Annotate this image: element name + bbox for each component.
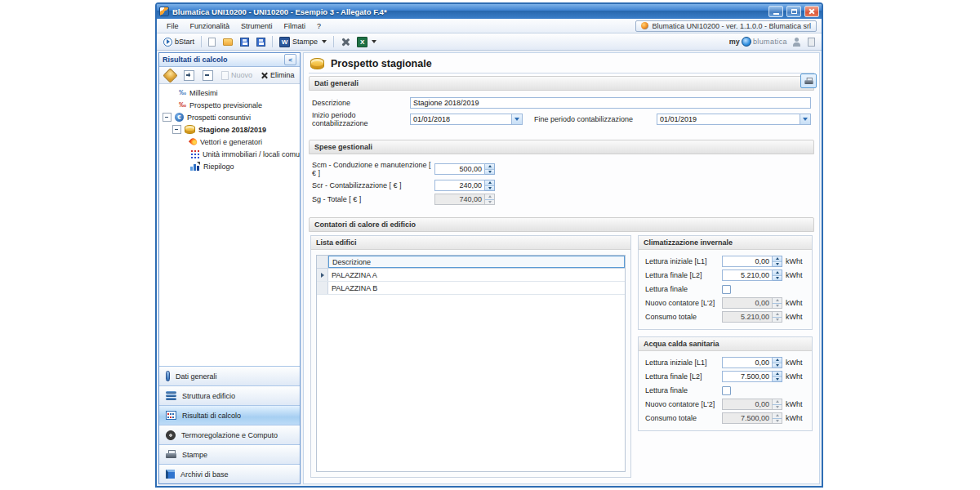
tree-expander-icon[interactable] bbox=[172, 125, 181, 134]
account-button[interactable] bbox=[790, 37, 803, 47]
open-button[interactable] bbox=[220, 38, 235, 47]
scm-spinner[interactable]: 500,00 bbox=[434, 163, 495, 175]
tree-item-vettori[interactable]: Vettori e generatori bbox=[159, 136, 300, 148]
collapse-panel-button[interactable]: < bbox=[284, 54, 296, 65]
tree-item-unita[interactable]: Unità immobiliari / locali comuni bbox=[159, 148, 300, 160]
calculate-button[interactable] bbox=[163, 69, 178, 82]
titlebar: Blumatica UNI10200 - UNI10200 - Esempio … bbox=[157, 4, 822, 19]
lettura-finale-checkbox[interactable] bbox=[722, 386, 731, 395]
lettura-finale-spinner[interactable]: 7.500,00 bbox=[722, 371, 782, 382]
inizio-periodo-dropdown-button[interactable] bbox=[511, 114, 523, 125]
consumo-totale-value: 7.500,00 bbox=[722, 412, 773, 424]
inizio-periodo-input[interactable] bbox=[410, 114, 511, 125]
lettura-iniziale-value[interactable]: 0,00 bbox=[722, 357, 773, 368]
lettura-iniziale-spinner[interactable]: 0,00 bbox=[722, 256, 782, 267]
tree-expander-icon[interactable] bbox=[163, 113, 172, 122]
spin-down-button[interactable] bbox=[773, 276, 782, 281]
nuovo-contatore-value: 0,00 bbox=[722, 297, 773, 309]
note-icon bbox=[808, 38, 815, 47]
tree-item-millesimi[interactable]: ‰ Millesimi bbox=[159, 87, 300, 99]
save-as-button[interactable] bbox=[254, 37, 268, 47]
expand-all-button[interactable] bbox=[181, 69, 197, 82]
bstart-icon bbox=[163, 38, 172, 47]
cell-descrizione[interactable]: PALAZZINA A bbox=[328, 269, 625, 281]
spin-down-button[interactable] bbox=[485, 186, 494, 191]
bstart-button[interactable]: bStart bbox=[161, 37, 197, 47]
scr-spinner[interactable]: 240,00 bbox=[434, 180, 495, 191]
spin-down-button[interactable] bbox=[773, 377, 782, 382]
menu-help[interactable]: ? bbox=[312, 21, 326, 31]
elimina-button[interactable]: Elimina bbox=[258, 70, 297, 80]
print-section-button[interactable] bbox=[800, 74, 817, 88]
nuovo-button[interactable]: Nuovo bbox=[219, 70, 255, 81]
close-button[interactable] bbox=[804, 6, 819, 17]
nuovo-contatore-label: Nuovo contatore [L'2] bbox=[645, 400, 722, 408]
lettura-iniziale-spinner[interactable]: 0,00 bbox=[722, 357, 782, 368]
cell-descrizione[interactable]: PALAZZINA B bbox=[328, 282, 625, 294]
nav-termoregolazione[interactable]: Termoregolazione e Computo bbox=[159, 425, 300, 444]
nav-stampe[interactable]: Stampe bbox=[159, 444, 300, 464]
spin-down-button[interactable] bbox=[773, 262, 782, 267]
brand-name: blumatica bbox=[753, 38, 787, 46]
lettura-finale-value[interactable]: 7.500,00 bbox=[722, 371, 773, 382]
nav-dati-generali[interactable]: Dati generali bbox=[159, 366, 300, 385]
lettura-finale-spinner[interactable]: 5.210,00 bbox=[722, 270, 782, 281]
user-icon bbox=[792, 38, 800, 47]
menu-file[interactable]: File bbox=[162, 21, 184, 31]
chevron-down-icon bbox=[372, 40, 376, 43]
save-button[interactable] bbox=[238, 37, 252, 47]
scm-label: Scm - Conduzione e manutenzione [ € ] bbox=[312, 161, 434, 177]
scr-value[interactable]: 240,00 bbox=[434, 180, 485, 191]
tree-item-riepilogo[interactable]: Riepilogo bbox=[159, 160, 300, 172]
nav-struttura-edificio[interactable]: Struttura edificio bbox=[159, 385, 300, 405]
tree-item-prospetto-previsionale[interactable]: ‰ Prospetto previsionale bbox=[159, 99, 300, 111]
nav-archivi-di-base[interactable]: Archivi di base bbox=[159, 464, 300, 483]
section-title: Contatori di calore di edificio bbox=[314, 220, 416, 229]
page-header: Prospetto stagionale bbox=[309, 56, 814, 73]
spin-down-button[interactable] bbox=[773, 363, 782, 368]
sidebar-header: Risultati di calcolo < bbox=[159, 53, 300, 67]
column-header-descrizione[interactable]: Descrizione bbox=[328, 256, 625, 268]
printer-icon bbox=[166, 450, 176, 459]
menu-funzionalita[interactable]: Funzionalità bbox=[185, 21, 235, 31]
app-icon bbox=[159, 7, 169, 16]
maximize-icon bbox=[791, 9, 797, 14]
menu-strumenti[interactable]: Strumenti bbox=[236, 21, 278, 31]
panel-header: Lista edifici bbox=[311, 236, 630, 250]
spin-down-button bbox=[773, 419, 782, 424]
new-button[interactable] bbox=[206, 37, 218, 47]
window-title: Blumatica UNI10200 - UNI10200 - Esempio … bbox=[172, 7, 765, 16]
collapse-all-button[interactable] bbox=[200, 69, 216, 82]
lettura-finale-value[interactable]: 5.210,00 bbox=[722, 270, 773, 281]
descrizione-label: Descrizione bbox=[312, 99, 410, 107]
scm-value[interactable]: 500,00 bbox=[434, 163, 485, 175]
lettura-finale-checkbox[interactable] bbox=[722, 285, 731, 294]
fine-periodo-dropdown-button[interactable] bbox=[800, 114, 811, 125]
version-text: Blumatica UNI10200 - ver. 1.1.0.0 - Blum… bbox=[652, 22, 811, 30]
fine-periodo-input[interactable] bbox=[657, 114, 800, 125]
nuovo-contatore-label: Nuovo contatore [L'2] bbox=[645, 299, 722, 307]
menu-filmati[interactable]: Filmati bbox=[279, 21, 311, 31]
tools-button[interactable] bbox=[338, 37, 352, 47]
excel-export-button[interactable]: X bbox=[354, 36, 379, 48]
menubar: File Funzionalità Strumenti Filmati ? Bl… bbox=[157, 19, 822, 33]
nav-risultati-di-calcolo[interactable]: Risultati di calcolo bbox=[159, 405, 300, 425]
table-row[interactable]: PALAZZINA B bbox=[317, 282, 625, 295]
chevron-down-icon bbox=[514, 118, 519, 121]
table-row[interactable]: PALAZZINA A bbox=[317, 269, 625, 282]
notes-button[interactable] bbox=[805, 37, 817, 47]
tree-item-prospetti-consuntivi[interactable]: € Prospetti consuntivi bbox=[159, 111, 300, 123]
tree-item-stagione[interactable]: Stagione 2018/2019 bbox=[159, 123, 300, 136]
panel-header: Acqua calda sanitaria bbox=[639, 337, 812, 351]
spin-down-button[interactable] bbox=[485, 170, 494, 175]
unit-label: kWht bbox=[786, 313, 803, 321]
minimize-button[interactable] bbox=[768, 6, 783, 17]
consumo-totale-value: 5.210,00 bbox=[722, 311, 773, 323]
maximize-button[interactable] bbox=[786, 6, 801, 17]
lettura-iniziale-value[interactable]: 0,00 bbox=[722, 256, 773, 267]
stampe-button[interactable]: W Stampe bbox=[277, 36, 329, 48]
tree-item-label: Riepilogo bbox=[203, 163, 234, 171]
descrizione-input[interactable] bbox=[410, 97, 811, 109]
expand-all-icon bbox=[184, 70, 194, 81]
climatizzazione-panel: Climatizzazione invernale Lettura inizia… bbox=[638, 235, 813, 330]
